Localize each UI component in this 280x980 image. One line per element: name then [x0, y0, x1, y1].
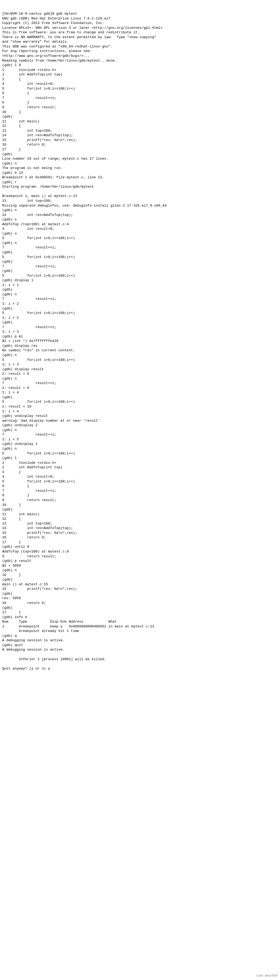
terminal-output: [hbr@VM-16-9-centos gdb]$ gdb mytest GNU… — [2, 11, 278, 671]
